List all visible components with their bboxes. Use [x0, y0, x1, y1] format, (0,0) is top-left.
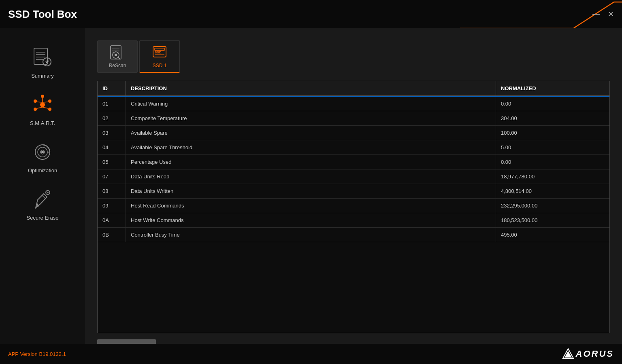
secure-erase-icon-area [30, 187, 55, 212]
svg-point-23 [41, 151, 44, 153]
cell-description: Host Write Commands [126, 213, 496, 227]
cell-description: Controller Busy Time [126, 228, 496, 242]
sidebar-item-summary[interactable]: Summary [10, 40, 75, 84]
cell-id: 02 [98, 111, 126, 125]
cell-description: Data Units Written [126, 184, 496, 198]
window-controls[interactable]: — ✕ [592, 10, 614, 19]
sidebar-item-secure-erase[interactable]: Secure Erase [10, 182, 75, 226]
app-title: SSD Tool Box [8, 8, 77, 21]
cell-normalized: 0.00 [496, 155, 609, 169]
table-row: 09 Host Read Commands 232,295,000.00 [98, 199, 609, 213]
close-button[interactable]: ✕ [608, 10, 614, 19]
svg-line-17 [37, 107, 43, 108]
table-row: 05 Percentage Used 0.00 [98, 155, 609, 169]
tab-ssd1-label: SSD 1 [153, 63, 167, 68]
svg-point-10 [34, 99, 37, 103]
table-row: 03 Available Spare 100.00 [98, 126, 609, 140]
cell-description: Data Units Read [126, 169, 496, 184]
cell-description: Available Spare Threshold [126, 140, 496, 154]
header-id: ID [98, 81, 126, 95]
svg-point-13 [48, 108, 51, 111]
cell-normalized: 495.00 [496, 228, 609, 242]
table-body[interactable]: 01 Critical Warning 0.00 02 Composite Te… [98, 96, 609, 333]
svg-line-15 [37, 102, 43, 102]
aorus-text: AORUS [576, 349, 614, 359]
table-row: 0B Controller Busy Time 495.00 [98, 228, 609, 242]
smart-table: ID DESCRIPTION NORMALIZED 01 Critical Wa… [97, 81, 610, 333]
aorus-logo-icon [562, 348, 574, 360]
cell-normalized: 18,977,780.00 [496, 169, 609, 184]
optimization-icon-area [30, 140, 55, 164]
cell-normalized: 232,295,000.00 [496, 199, 609, 213]
svg-rect-27 [111, 46, 121, 59]
svg-point-14 [41, 95, 44, 98]
sidebar-item-optimization[interactable]: Optimization [10, 135, 75, 178]
cell-normalized: 0.00 [496, 97, 609, 111]
svg-point-12 [34, 108, 37, 111]
summary-label: Summary [31, 73, 54, 79]
tab-rescan-label: ReScan [109, 63, 126, 68]
aorus-logo: AORUS [562, 348, 614, 360]
footer: APP Version B19.0122.1 AORUS [0, 344, 622, 364]
sidebar-item-smart[interactable]: S.M.A.R.T. [10, 88, 75, 131]
main-layout: Summary S.M.A. [0, 28, 622, 364]
svg-text:SSD: SSD [155, 51, 162, 54]
cell-normalized: 4,800,514.00 [496, 184, 609, 198]
content-area: ReScan SSD SSD 1 ID DESCRIPTION NORMALIZ… [85, 28, 622, 364]
title-bar: SSD Tool Box — ✕ [0, 0, 622, 28]
cell-normalized: 5.00 [496, 140, 609, 154]
svg-line-24 [42, 195, 45, 199]
cell-id: 09 [98, 199, 126, 213]
table-row: 07 Data Units Read 18,977,780.00 [98, 169, 609, 184]
table-row: 02 Composite Temperature 304.00 [98, 111, 609, 126]
cell-description: Composite Temperature [126, 111, 496, 125]
tab-ssd1[interactable]: SSD SSD 1 [139, 40, 180, 73]
app-version: APP Version B19.0122.1 [8, 351, 66, 357]
tab-bar: ReScan SSD SSD 1 [97, 40, 610, 73]
summary-icon-area [30, 45, 55, 70]
header-normalized: NORMALIZED [496, 81, 609, 95]
cell-id: 05 [98, 155, 126, 169]
svg-marker-39 [564, 351, 572, 358]
table-row: 04 Available Spare Threshold 5.00 [98, 140, 609, 155]
cell-normalized: 100.00 [496, 126, 609, 140]
cell-id: 01 [98, 97, 126, 111]
svg-point-11 [48, 99, 51, 103]
table-header: ID DESCRIPTION NORMALIZED [98, 81, 609, 96]
cell-id: 08 [98, 184, 126, 198]
app-version-value: B19.0122.1 [39, 351, 66, 357]
secure-erase-label: Secure Erase [27, 215, 59, 221]
cell-id: 07 [98, 169, 126, 184]
svg-line-26 [46, 192, 49, 193]
cell-id: 03 [98, 126, 126, 140]
smart-icon-area [30, 93, 55, 117]
app-version-label: APP Version [8, 351, 39, 357]
table-row: 01 Critical Warning 0.00 [98, 96, 609, 111]
header-description: DESCRIPTION [126, 81, 496, 95]
svg-point-32 [115, 54, 117, 56]
cell-normalized: 180,523,500.00 [496, 213, 609, 227]
cell-description: Percentage Used [126, 155, 496, 169]
smart-label: S.M.A.R.T. [30, 120, 55, 126]
table-row: 08 Data Units Written 4,800,514.00 [98, 184, 609, 199]
svg-line-16 [43, 102, 48, 102]
svg-line-18 [43, 107, 48, 108]
svg-point-9 [40, 102, 45, 107]
tab-rescan[interactable]: ReScan [97, 40, 138, 73]
cell-description: Host Read Commands [126, 199, 496, 213]
minimize-button[interactable]: — [592, 10, 600, 19]
cell-id: 0B [98, 228, 126, 242]
optimization-label: Optimization [28, 167, 57, 174]
cell-normalized: 304.00 [496, 111, 609, 125]
cell-id: 0A [98, 213, 126, 227]
cell-description: Critical Warning [126, 97, 496, 111]
cell-description: Available Spare [126, 126, 496, 140]
sidebar: Summary S.M.A. [0, 28, 85, 364]
cell-id: 04 [98, 140, 126, 154]
table-row: 0A Host Write Commands 180,523,500.00 [98, 213, 609, 228]
